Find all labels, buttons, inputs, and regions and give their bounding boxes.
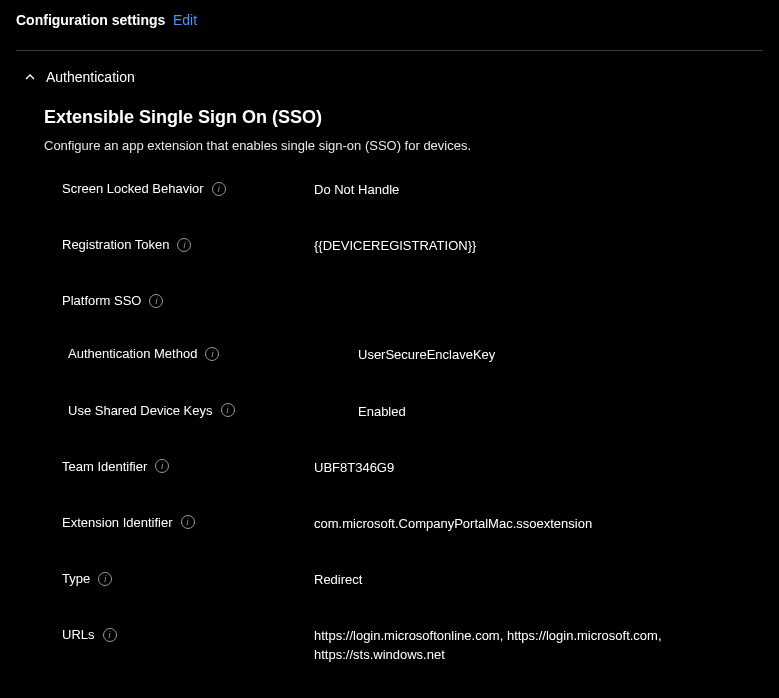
field-label: Platform SSO (62, 293, 141, 308)
field-label-cell: Registration Token i (44, 237, 314, 252)
edit-link[interactable]: Edit (173, 12, 197, 28)
field-urls: URLs i https://login.microsoftonline.com… (44, 627, 763, 663)
authentication-section-label: Authentication (46, 69, 135, 85)
field-value: Redirect (314, 571, 763, 589)
field-label-cell: Authentication Method i (68, 346, 358, 361)
field-auth-method: Authentication Method i UserSecureEnclav… (44, 346, 763, 364)
page-header: Configuration settings Edit (0, 0, 779, 36)
field-label: Authentication Method (68, 346, 197, 361)
field-team-identifier: Team Identifier i UBF8T346G9 (44, 459, 763, 477)
field-label: Team Identifier (62, 459, 147, 474)
info-icon[interactable]: i (177, 238, 191, 252)
field-value: UserSecureEnclaveKey (358, 346, 763, 364)
field-label: Extension Identifier (62, 515, 173, 530)
sso-description: Configure an app extension that enables … (44, 138, 763, 153)
info-icon[interactable]: i (98, 572, 112, 586)
field-label: Use Shared Device Keys (68, 403, 213, 418)
field-label-cell: Type i (44, 571, 314, 586)
field-label-cell: Use Shared Device Keys i (68, 403, 358, 418)
field-value: {{DEVICEREGISTRATION}} (314, 237, 763, 255)
field-value: UBF8T346G9 (314, 459, 763, 477)
config-settings-title: Configuration settings (16, 12, 165, 28)
field-type: Type i Redirect (44, 571, 763, 589)
field-label: Type (62, 571, 90, 586)
field-label: URLs (62, 627, 95, 642)
field-label-cell: Screen Locked Behavior i (44, 181, 314, 196)
info-icon[interactable]: i (212, 182, 226, 196)
info-icon[interactable]: i (221, 403, 235, 417)
field-label: Screen Locked Behavior (62, 181, 204, 196)
field-label: Registration Token (62, 237, 169, 252)
field-value: https://login.microsoftonline.com, https… (314, 627, 763, 663)
info-icon[interactable]: i (205, 347, 219, 361)
field-label-cell: Team Identifier i (44, 459, 314, 474)
sso-title: Extensible Single Sign On (SSO) (44, 107, 763, 128)
field-value: Enabled (358, 403, 763, 421)
platform-sso-group: Platform SSO i (44, 293, 763, 308)
chevron-up-icon (24, 71, 36, 83)
field-label-cell: Extension Identifier i (44, 515, 314, 530)
authentication-section-toggle[interactable]: Authentication (0, 51, 779, 95)
field-shared-keys: Use Shared Device Keys i Enabled (44, 403, 763, 421)
field-value: com.microsoft.CompanyPortalMac.ssoextens… (314, 515, 763, 533)
info-icon[interactable]: i (103, 628, 117, 642)
field-value: Do Not Handle (314, 181, 763, 199)
field-screen-locked: Screen Locked Behavior i Do Not Handle (44, 181, 763, 199)
info-icon[interactable]: i (149, 294, 163, 308)
section-content: Extensible Single Sign On (SSO) Configur… (0, 95, 779, 664)
field-registration-token: Registration Token i {{DEVICEREGISTRATIO… (44, 237, 763, 255)
info-icon[interactable]: i (155, 459, 169, 473)
field-label-cell: URLs i (44, 627, 314, 642)
field-extension-identifier: Extension Identifier i com.microsoft.Com… (44, 515, 763, 533)
info-icon[interactable]: i (181, 515, 195, 529)
